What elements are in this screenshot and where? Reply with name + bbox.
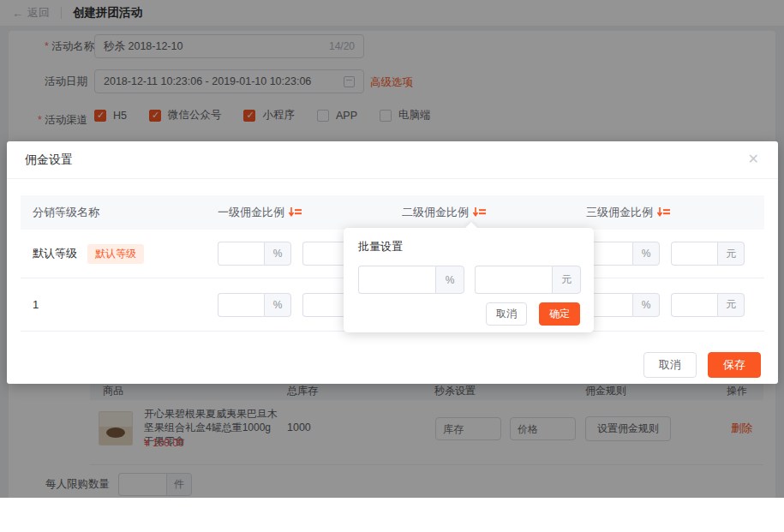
batch-set-icon[interactable] (473, 207, 486, 218)
level-name: 1 (33, 298, 39, 311)
popover-cancel-button[interactable]: 取消 (486, 302, 527, 326)
col-level1-commission: 一级佣金比例 (218, 205, 402, 220)
save-button[interactable]: 保存 (708, 352, 761, 378)
col-level2-commission: 二级佣金比例 (402, 205, 586, 220)
cancel-button[interactable]: 取消 (643, 352, 697, 378)
close-icon[interactable]: ✕ (748, 152, 759, 166)
level1-yuan-input[interactable] (302, 293, 349, 317)
col-level3-commission: 三级佣金比例 (586, 205, 764, 220)
batch-yuan-input[interactable] (475, 266, 552, 294)
batch-set-icon[interactable] (657, 207, 670, 218)
default-level-badge: 默认等级 (87, 244, 144, 264)
level1-percent-input[interactable] (218, 293, 264, 317)
batch-percent-input[interactable] (358, 266, 435, 294)
modal-header: 佣金设置 ✕ (7, 141, 778, 179)
popover-title: 批量设置 (344, 228, 594, 254)
level1-yuan-input[interactable] (302, 242, 349, 266)
batch-set-icon[interactable] (289, 207, 302, 218)
commission-table-header: 分销等级名称 一级佣金比例 二级佣金比例 三级佣金比例 (21, 195, 764, 230)
batch-set-popover: 批量设置 % 元 取消 确定 (344, 228, 594, 332)
level3-yuan-input[interactable] (671, 242, 717, 266)
modal-title: 佣金设置 (25, 152, 73, 168)
level1-percent-input[interactable] (218, 242, 264, 266)
level-name: 默认等级 (33, 246, 77, 261)
popover-confirm-button[interactable]: 确定 (539, 302, 580, 326)
col-distribution-level: 分销等级名称 (21, 205, 218, 220)
level3-yuan-input[interactable] (671, 293, 717, 317)
modal-footer: 取消 保存 (643, 352, 761, 378)
